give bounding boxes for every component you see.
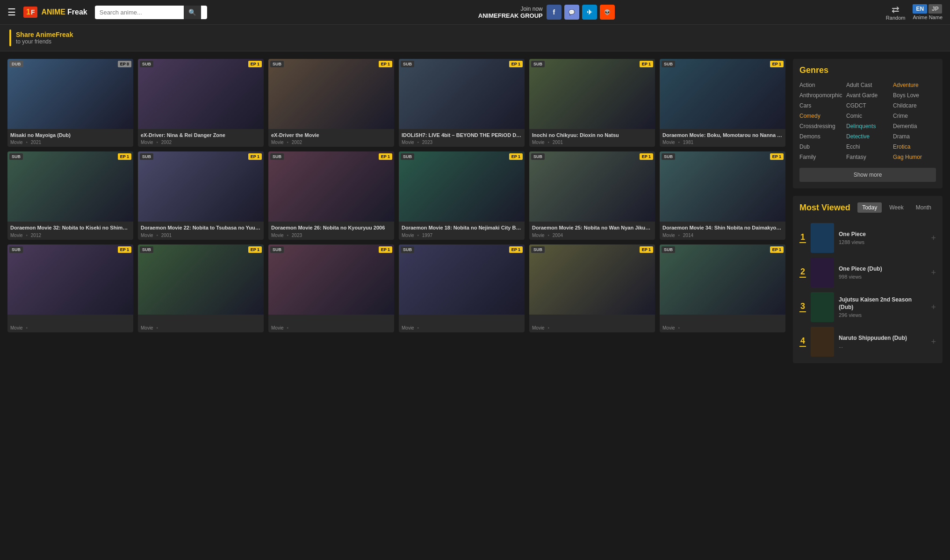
header: ☰ 1 F ANIME Freak 🔍 Join now ANIMEFREAK …: [0, 0, 950, 25]
genre-link[interactable]: Comic: [846, 112, 889, 120]
anime-card[interactable]: SUB EP 1 IDOLiSH7: LIVE 4bit – BEYOND TH…: [399, 59, 525, 147]
random-button[interactable]: ⇄ Random: [886, 4, 906, 21]
anime-card[interactable]: SUB EP 1 Doraemon Movie 32: Nobita to Ki…: [7, 151, 133, 239]
dot: •: [287, 140, 288, 145]
badge-container: SUB EP 1: [401, 246, 523, 253]
mv-item[interactable]: 4 Naruto Shippuuden (Dub) ... +: [799, 327, 936, 357]
genre-link[interactable]: Dementia: [893, 122, 936, 130]
anime-media: Movie: [532, 325, 545, 330]
facebook-icon[interactable]: f: [547, 5, 561, 20]
genre-link[interactable]: Adventure: [893, 81, 936, 89]
mv-item[interactable]: 2 One Piece (Dub) 998 views +: [799, 258, 936, 287]
anime-thumbnail: SUB EP 1: [529, 244, 655, 315]
ep-badge: EP 1: [118, 246, 131, 253]
anime-title: Doraemon Movie 22: Nobita to Tsubasa no …: [141, 224, 261, 231]
logo-freak: Freak: [67, 8, 87, 16]
mv-rank-line: [799, 311, 806, 312]
search-input[interactable]: [95, 6, 184, 19]
anime-card[interactable]: SUB EP 1 Doraemon Movie 22: Nobita to Ts…: [138, 151, 264, 239]
genre-link[interactable]: Demons: [799, 132, 842, 141]
anime-card[interactable]: SUB EP 1 eX-Driver: Nina & Rei Danger Zo…: [138, 59, 264, 147]
anime-card[interactable]: SUB EP 1 Movie •: [529, 244, 655, 332]
genre-link[interactable]: Crime: [893, 112, 936, 120]
dot: •: [547, 140, 549, 145]
telegram-icon[interactable]: ✈: [582, 5, 597, 20]
anime-info: Doraemon Movie 18: Nobita no Nejimaki Ci…: [399, 222, 525, 239]
anime-meta: Movie • 2023: [402, 140, 522, 145]
badge-container: SUB EP 1: [9, 246, 131, 253]
mv-add-button[interactable]: +: [931, 302, 936, 312]
mv-list: 1 One Piece 1288 views + 2 One Piece (Du…: [799, 223, 936, 357]
genre-link[interactable]: Childcare: [893, 101, 936, 110]
mv-item[interactable]: 3 Jujutsu Kaisen 2nd Season (Dub) 296 vi…: [799, 292, 936, 322]
genre-link[interactable]: Family: [799, 153, 842, 161]
discord-icon[interactable]: 💬: [564, 5, 579, 20]
genre-link[interactable]: Delinquents: [846, 122, 889, 130]
type-badge: SUB: [9, 246, 23, 253]
mv-tab-month[interactable]: Month: [911, 202, 936, 213]
anime-card[interactable]: SUB EP 1 Movie •: [7, 244, 133, 332]
anime-info: eX-Driver the Movie Movie • 2002: [268, 129, 394, 147]
genre-link[interactable]: Erotica: [893, 143, 936, 151]
hamburger-menu[interactable]: ☰: [7, 7, 16, 18]
type-badge: SUB: [662, 246, 675, 253]
genre-link[interactable]: Detective: [846, 132, 889, 141]
genre-link[interactable]: Drama: [893, 132, 936, 141]
mv-add-button[interactable]: +: [931, 268, 936, 278]
anime-meta: Movie •: [532, 325, 652, 330]
anime-meta: Movie • 2001: [141, 233, 261, 238]
genre-link[interactable]: Avant Garde: [846, 91, 889, 100]
badge-container: SUB EP 1: [270, 153, 392, 160]
logo[interactable]: 1 F ANIME Freak: [23, 7, 87, 18]
anime-title: eX-Driver: Nina & Rei Danger Zone: [141, 132, 261, 138]
reddit-icon[interactable]: 👽: [600, 5, 615, 20]
anime-card[interactable]: SUB EP 1 Inochi no Chikyuu: Dioxin no Na…: [529, 59, 655, 147]
dot: •: [287, 233, 288, 238]
anime-card[interactable]: SUB EP 1 eX-Driver the Movie Movie • 200…: [268, 59, 394, 147]
genre-link[interactable]: Anthropomorphic: [799, 91, 842, 100]
lang-en-button[interactable]: EN: [913, 4, 927, 14]
dot: •: [287, 325, 288, 330]
anime-title: eX-Driver the Movie: [271, 132, 391, 138]
mv-rank-line: [799, 242, 806, 243]
badge-container: SUB EP 1: [662, 61, 784, 67]
mv-title: Naruto Shippuuden (Dub): [839, 335, 926, 342]
anime-card[interactable]: SUB EP 1 Doraemon Movie: Boku, Momotarou…: [660, 59, 785, 147]
anime-card[interactable]: SUB EP 1 Movie •: [399, 244, 525, 332]
anime-title: Doraemon Movie 32: Nobita to Kiseki no S…: [10, 224, 130, 231]
genre-link[interactable]: Comedy: [799, 112, 842, 120]
genre-link[interactable]: Crossdressing: [799, 122, 842, 130]
genre-link[interactable]: Gag Humor: [893, 153, 936, 161]
genre-link[interactable]: Fantasy: [846, 153, 889, 161]
genre-link[interactable]: Action: [799, 81, 842, 89]
genre-link[interactable]: CGDCT: [846, 101, 889, 110]
anime-card[interactable]: SUB EP 1 Doraemon Movie 26: Nobita no Ky…: [268, 151, 394, 239]
mv-item[interactable]: 1 One Piece 1288 views +: [799, 223, 936, 253]
anime-card[interactable]: SUB EP 1 Movie •: [660, 244, 785, 332]
anime-card[interactable]: SUB EP 1 Movie •: [268, 244, 394, 332]
mv-tab-week[interactable]: Week: [885, 202, 908, 213]
anime-media: Movie: [10, 325, 23, 330]
anime-thumbnail: SUB EP 1: [7, 151, 133, 222]
mv-add-button[interactable]: +: [931, 337, 936, 347]
anime-card[interactable]: DUB EP 0 Misaki no Mayoiga (Dub) Movie •…: [7, 59, 133, 147]
genre-link[interactable]: Adult Cast: [846, 81, 889, 89]
mv-add-button[interactable]: +: [931, 233, 936, 243]
mv-tab-today[interactable]: Today: [857, 202, 882, 213]
genre-link[interactable]: Ecchi: [846, 143, 889, 151]
genre-link[interactable]: Cars: [799, 101, 842, 110]
show-more-button[interactable]: Show more: [799, 168, 936, 182]
anime-card[interactable]: SUB EP 1 Movie •: [138, 244, 264, 332]
badge-container: SUB EP 1: [662, 153, 784, 160]
anime-card[interactable]: SUB EP 1 Doraemon Movie 25: Nobita no Wa…: [529, 151, 655, 239]
search-button[interactable]: 🔍: [184, 6, 201, 19]
ep-badge: EP 1: [509, 61, 523, 67]
lang-jp-button[interactable]: JP: [928, 4, 942, 14]
anime-card[interactable]: SUB EP 1 Doraemon Movie 18: Nobita no Ne…: [399, 151, 525, 239]
anime-info: Movie •: [138, 315, 264, 332]
genre-link[interactable]: Boys Love: [893, 91, 936, 100]
type-badge: SUB: [662, 153, 675, 160]
anime-card[interactable]: SUB EP 1 Doraemon Movie 34: Shin Nobita …: [660, 151, 785, 239]
badge-container: SUB EP 1: [140, 246, 262, 253]
genre-link[interactable]: Dub: [799, 143, 842, 151]
